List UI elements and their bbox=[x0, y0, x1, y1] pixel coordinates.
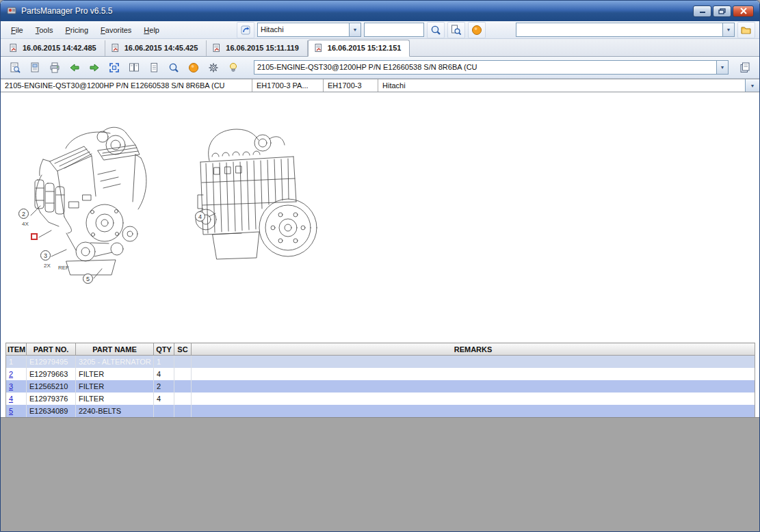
two-page-view-button[interactable] bbox=[125, 59, 143, 76]
selection-marker[interactable] bbox=[31, 233, 38, 240]
stop-load-button[interactable] bbox=[185, 59, 202, 76]
breadcrumb-segment-manufacturer[interactable]: Hitachi bbox=[378, 79, 745, 92]
ref-label: REF bbox=[58, 265, 69, 271]
minimize-button[interactable] bbox=[693, 5, 711, 17]
two-page-icon bbox=[128, 62, 140, 74]
qty-cell bbox=[154, 405, 174, 417]
lightbulb-icon bbox=[227, 62, 239, 74]
col-header-part-no[interactable]: PART NO. bbox=[27, 343, 76, 356]
close-icon bbox=[740, 8, 747, 14]
quick-search-input[interactable] bbox=[364, 23, 424, 37]
quick-model-select[interactable]: ▼ bbox=[516, 23, 735, 37]
catalog-info-button[interactable] bbox=[736, 59, 754, 76]
item-link[interactable]: 3 bbox=[9, 382, 13, 390]
manufacturer-select[interactable]: Hitachi ▼ bbox=[257, 23, 361, 37]
callout-2[interactable]: 2 bbox=[18, 209, 29, 219]
back-arrow-icon bbox=[68, 62, 81, 74]
window-title: PartsManager Pro v6.5.5 bbox=[21, 6, 689, 16]
col-header-item[interactable]: ITEM bbox=[6, 343, 27, 356]
menu-help[interactable]: Help bbox=[137, 23, 166, 37]
stop-search-button[interactable] bbox=[468, 22, 486, 38]
print-button[interactable] bbox=[46, 59, 64, 76]
single-page-view-button[interactable] bbox=[145, 59, 163, 76]
zoom-button[interactable] bbox=[165, 59, 183, 76]
single-page-icon bbox=[148, 62, 160, 74]
search-parts-button[interactable] bbox=[427, 22, 445, 38]
forward-button[interactable] bbox=[86, 59, 103, 76]
breadcrumb-segment-group[interactable]: EH1700-3 PA... bbox=[252, 79, 324, 92]
parts-table-header-row: ITEM PART NO. PART NAME QTY SC REMARKS bbox=[6, 343, 755, 356]
table-row[interactable]: 1 E12979495 3205 - ALTERNATOR 1 bbox=[6, 356, 755, 368]
col-header-sc[interactable]: SC bbox=[174, 343, 192, 356]
chevron-down-icon[interactable]: ▼ bbox=[716, 61, 728, 74]
parts-table-wrap: ITEM PART NO. PART NAME QTY SC REMARKS 1… bbox=[1, 343, 759, 417]
menu-file[interactable]: File bbox=[5, 23, 29, 37]
go-to-model-button[interactable] bbox=[237, 22, 254, 38]
part-name-cell: FILTER bbox=[76, 393, 154, 405]
fit-page-button[interactable] bbox=[105, 59, 123, 76]
model-select-value: 2105-ENGINE-QST30@1200HP P/N E12660538 S… bbox=[254, 61, 716, 74]
part-no-cell: E12565210 bbox=[27, 380, 76, 393]
search-models-button[interactable] bbox=[447, 22, 465, 38]
settings-button[interactable] bbox=[205, 59, 222, 76]
titlebar[interactable]: PartsManager Pro v6.5.5 bbox=[1, 1, 759, 21]
part-name-cell: FILTER bbox=[76, 380, 154, 393]
item-link[interactable]: 1 bbox=[9, 358, 13, 366]
sc-cell bbox=[174, 393, 192, 405]
print-preview-button[interactable] bbox=[6, 59, 24, 76]
menu-favorites[interactable]: Favorites bbox=[94, 23, 137, 37]
item-link[interactable]: 2 bbox=[9, 370, 13, 378]
table-row[interactable]: 3 E12565210 FILTER 2 bbox=[6, 380, 755, 393]
callout-4[interactable]: 4 bbox=[195, 211, 205, 222]
drawing-area[interactable]: 2 4X 3 2X REF 5 4 bbox=[1, 92, 759, 343]
callout-5[interactable]: 5 bbox=[83, 274, 93, 284]
remarks-cell bbox=[192, 380, 755, 393]
close-button[interactable] bbox=[733, 5, 754, 17]
session-tab-2[interactable]: 16.06.2015 14:45.425 bbox=[105, 40, 207, 56]
minimize-icon bbox=[699, 8, 706, 14]
restore-button[interactable] bbox=[713, 5, 731, 17]
app-window: PartsManager Pro v6.5.5 File Tools Prici… bbox=[0, 0, 760, 532]
parts-table: ITEM PART NO. PART NAME QTY SC REMARKS 1… bbox=[5, 343, 755, 417]
callout-3[interactable]: 3 bbox=[40, 250, 51, 261]
chevron-down-icon[interactable]: ▼ bbox=[349, 23, 361, 36]
menu-tools[interactable]: Tools bbox=[29, 23, 60, 37]
item-link[interactable]: 4 bbox=[9, 395, 13, 403]
print-icon bbox=[49, 62, 61, 74]
navigate-icon bbox=[240, 25, 251, 36]
table-row[interactable]: 4 E12979376 FILTER 4 bbox=[6, 393, 755, 405]
menu-pricing[interactable]: Pricing bbox=[59, 23, 94, 37]
session-tab-3[interactable]: 16.06.2015 15:11.119 bbox=[207, 40, 307, 56]
tips-button[interactable] bbox=[224, 59, 242, 76]
chevron-down-icon[interactable]: ▼ bbox=[722, 23, 734, 36]
table-row[interactable]: 5 E12634089 2240-BELTS bbox=[6, 405, 755, 417]
session-tab-1[interactable]: 16.06.2015 14:42.485 bbox=[3, 40, 105, 56]
add-favorite-button[interactable] bbox=[737, 22, 755, 38]
gear-icon bbox=[207, 62, 220, 74]
breadcrumb-segment-model[interactable]: 2105-ENGINE-QST30@1200HP P/N E12660538 S… bbox=[1, 79, 252, 92]
sc-cell bbox=[174, 356, 192, 368]
model-select[interactable]: 2105-ENGINE-QST30@1200HP P/N E12660538 S… bbox=[254, 60, 729, 75]
part-no-cell: E12634089 bbox=[27, 405, 76, 417]
item-link[interactable]: 5 bbox=[9, 407, 13, 415]
search-page-icon bbox=[450, 24, 462, 36]
col-header-remarks[interactable]: REMARKS bbox=[192, 343, 755, 356]
session-tab-4-active[interactable]: 16.06.2015 15:12.151 bbox=[308, 40, 410, 57]
page-toolbar: 2105-ENGINE-QST30@1200HP P/N E12660538 S… bbox=[1, 57, 759, 79]
callout-2-qty-label: 4X bbox=[22, 221, 29, 227]
table-row[interactable]: 2 E12979663 FILTER 4 bbox=[6, 368, 755, 380]
session-tab-label: 16.06.2015 14:42.485 bbox=[23, 44, 96, 52]
document-icon bbox=[9, 43, 18, 53]
part-name-cell: 2240-BELTS bbox=[76, 405, 154, 417]
back-button[interactable] bbox=[66, 59, 83, 76]
col-header-qty[interactable]: QTY bbox=[154, 343, 174, 356]
app-icon bbox=[6, 5, 17, 17]
col-header-part-name[interactable]: PART NAME bbox=[76, 343, 154, 356]
breadcrumb-segment-machine[interactable]: EH1700-3 bbox=[324, 79, 378, 92]
sc-cell bbox=[174, 368, 192, 380]
part-no-cell: E12979376 bbox=[27, 393, 76, 405]
stop-icon bbox=[187, 62, 200, 74]
page-view-button[interactable] bbox=[26, 59, 44, 76]
manufacturer-value: Hitachi bbox=[258, 23, 349, 36]
chevron-down-icon[interactable]: ▼ bbox=[745, 79, 759, 92]
